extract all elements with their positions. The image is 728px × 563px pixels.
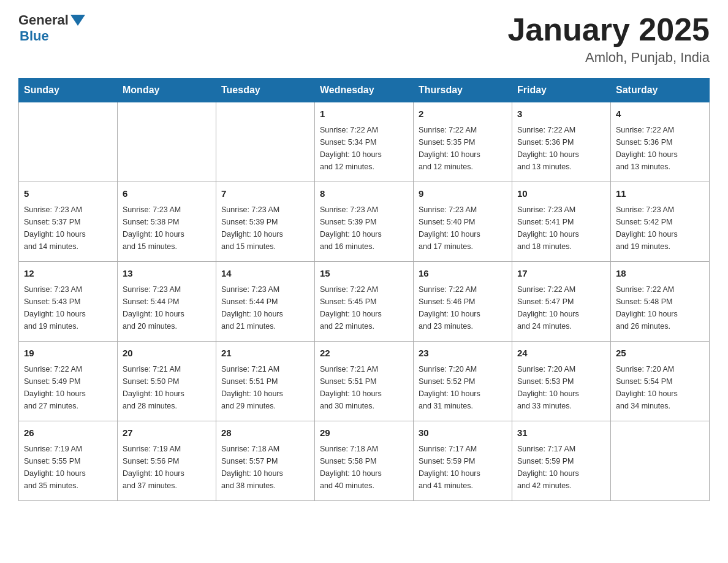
weekday-header-wednesday: Wednesday	[315, 79, 414, 102]
weekday-header-row: SundayMondayTuesdayWednesdayThursdayFrid…	[19, 79, 710, 102]
calendar-week-1: 1Sunrise: 7:22 AM Sunset: 5:34 PM Daylig…	[19, 102, 710, 182]
calendar-cell: 12Sunrise: 7:23 AM Sunset: 5:43 PM Dayli…	[19, 262, 118, 342]
weekday-header-monday: Monday	[118, 79, 216, 102]
day-number: 6	[123, 187, 211, 201]
day-number: 11	[616, 187, 704, 201]
day-info: Sunrise: 7:19 AM Sunset: 5:55 PM Dayligh…	[24, 443, 112, 492]
calendar-cell: 26Sunrise: 7:19 AM Sunset: 5:55 PM Dayli…	[19, 421, 118, 501]
day-info: Sunrise: 7:20 AM Sunset: 5:52 PM Dayligh…	[419, 363, 507, 412]
calendar-cell: 2Sunrise: 7:22 AM Sunset: 5:35 PM Daylig…	[414, 102, 512, 182]
day-info: Sunrise: 7:19 AM Sunset: 5:56 PM Dayligh…	[123, 443, 211, 492]
weekday-header-saturday: Saturday	[611, 79, 710, 102]
calendar-cell: 23Sunrise: 7:20 AM Sunset: 5:52 PM Dayli…	[414, 342, 512, 421]
day-info: Sunrise: 7:21 AM Sunset: 5:51 PM Dayligh…	[221, 363, 309, 412]
calendar-cell: 27Sunrise: 7:19 AM Sunset: 5:56 PM Dayli…	[118, 421, 216, 501]
calendar-cell: 21Sunrise: 7:21 AM Sunset: 5:51 PM Dayli…	[216, 342, 315, 421]
weekday-header-thursday: Thursday	[414, 79, 512, 102]
calendar-cell: 10Sunrise: 7:23 AM Sunset: 5:41 PM Dayli…	[512, 182, 611, 262]
day-number: 29	[320, 426, 408, 440]
day-info: Sunrise: 7:23 AM Sunset: 5:42 PM Dayligh…	[616, 204, 704, 253]
logo-general-text: General	[18, 12, 69, 28]
day-info: Sunrise: 7:23 AM Sunset: 5:43 PM Dayligh…	[24, 283, 112, 332]
weekday-header-sunday: Sunday	[19, 79, 118, 102]
day-number: 9	[419, 187, 507, 201]
calendar-cell: 30Sunrise: 7:17 AM Sunset: 5:59 PM Dayli…	[414, 421, 512, 501]
day-info: Sunrise: 7:22 AM Sunset: 5:35 PM Dayligh…	[419, 124, 507, 173]
day-number: 25	[616, 347, 704, 361]
calendar-cell: 19Sunrise: 7:22 AM Sunset: 5:49 PM Dayli…	[19, 342, 118, 421]
day-number: 26	[24, 426, 112, 440]
day-number: 8	[320, 187, 408, 201]
day-number: 30	[419, 426, 507, 440]
day-number: 20	[123, 347, 211, 361]
calendar-week-2: 5Sunrise: 7:23 AM Sunset: 5:37 PM Daylig…	[19, 182, 710, 262]
calendar-week-3: 12Sunrise: 7:23 AM Sunset: 5:43 PM Dayli…	[19, 262, 710, 342]
calendar-cell: 9Sunrise: 7:23 AM Sunset: 5:40 PM Daylig…	[414, 182, 512, 262]
day-number: 24	[517, 347, 605, 361]
day-info: Sunrise: 7:23 AM Sunset: 5:44 PM Dayligh…	[123, 283, 211, 332]
calendar-cell: 4Sunrise: 7:22 AM Sunset: 5:36 PM Daylig…	[611, 102, 710, 182]
calendar-week-4: 19Sunrise: 7:22 AM Sunset: 5:49 PM Dayli…	[19, 342, 710, 421]
day-info: Sunrise: 7:23 AM Sunset: 5:38 PM Dayligh…	[123, 204, 211, 253]
calendar-cell: 6Sunrise: 7:23 AM Sunset: 5:38 PM Daylig…	[118, 182, 216, 262]
day-info: Sunrise: 7:23 AM Sunset: 5:39 PM Dayligh…	[320, 204, 408, 253]
logo-blue-text: Blue	[20, 28, 49, 44]
calendar-cell: 25Sunrise: 7:20 AM Sunset: 5:54 PM Dayli…	[611, 342, 710, 421]
day-number: 23	[419, 347, 507, 361]
calendar-cell: 17Sunrise: 7:22 AM Sunset: 5:47 PM Dayli…	[512, 262, 611, 342]
day-number: 16	[419, 267, 507, 281]
day-info: Sunrise: 7:22 AM Sunset: 5:49 PM Dayligh…	[24, 363, 112, 412]
calendar-cell	[216, 102, 315, 182]
calendar-cell: 1Sunrise: 7:22 AM Sunset: 5:34 PM Daylig…	[315, 102, 414, 182]
day-info: Sunrise: 7:22 AM Sunset: 5:47 PM Dayligh…	[517, 283, 605, 332]
day-info: Sunrise: 7:22 AM Sunset: 5:46 PM Dayligh…	[419, 283, 507, 332]
day-number: 17	[517, 267, 605, 281]
day-info: Sunrise: 7:21 AM Sunset: 5:51 PM Dayligh…	[320, 363, 408, 412]
day-number: 19	[24, 347, 112, 361]
calendar-cell: 11Sunrise: 7:23 AM Sunset: 5:42 PM Dayli…	[611, 182, 710, 262]
calendar-cell: 15Sunrise: 7:22 AM Sunset: 5:45 PM Dayli…	[315, 262, 414, 342]
calendar-cell	[19, 102, 118, 182]
day-number: 22	[320, 347, 408, 361]
logo-triangle-icon	[70, 15, 85, 26]
day-info: Sunrise: 7:22 AM Sunset: 5:48 PM Dayligh…	[616, 283, 704, 332]
day-info: Sunrise: 7:18 AM Sunset: 5:58 PM Dayligh…	[320, 443, 408, 492]
day-number: 12	[24, 267, 112, 281]
calendar-cell: 31Sunrise: 7:17 AM Sunset: 5:59 PM Dayli…	[512, 421, 611, 501]
day-info: Sunrise: 7:23 AM Sunset: 5:39 PM Dayligh…	[221, 204, 309, 253]
day-info: Sunrise: 7:22 AM Sunset: 5:36 PM Dayligh…	[616, 124, 704, 173]
calendar-cell: 16Sunrise: 7:22 AM Sunset: 5:46 PM Dayli…	[414, 262, 512, 342]
day-info: Sunrise: 7:23 AM Sunset: 5:40 PM Dayligh…	[419, 204, 507, 253]
day-number: 2	[419, 107, 507, 121]
calendar-cell: 3Sunrise: 7:22 AM Sunset: 5:36 PM Daylig…	[512, 102, 611, 182]
page-header: General Blue January 2025 Amloh, Punjab,…	[18, 12, 710, 66]
day-info: Sunrise: 7:21 AM Sunset: 5:50 PM Dayligh…	[123, 363, 211, 412]
day-number: 27	[123, 426, 211, 440]
calendar-cell: 8Sunrise: 7:23 AM Sunset: 5:39 PM Daylig…	[315, 182, 414, 262]
day-info: Sunrise: 7:23 AM Sunset: 5:41 PM Dayligh…	[517, 204, 605, 253]
day-info: Sunrise: 7:20 AM Sunset: 5:54 PM Dayligh…	[616, 363, 704, 412]
day-number: 4	[616, 107, 704, 121]
day-number: 28	[221, 426, 309, 440]
day-number: 14	[221, 267, 309, 281]
calendar-cell: 5Sunrise: 7:23 AM Sunset: 5:37 PM Daylig…	[19, 182, 118, 262]
day-number: 31	[517, 426, 605, 440]
logo: General Blue	[18, 12, 85, 44]
day-number: 18	[616, 267, 704, 281]
day-info: Sunrise: 7:20 AM Sunset: 5:53 PM Dayligh…	[517, 363, 605, 412]
calendar-cell	[118, 102, 216, 182]
calendar-cell: 22Sunrise: 7:21 AM Sunset: 5:51 PM Dayli…	[315, 342, 414, 421]
calendar-cell: 18Sunrise: 7:22 AM Sunset: 5:48 PM Dayli…	[611, 262, 710, 342]
calendar-cell: 7Sunrise: 7:23 AM Sunset: 5:39 PM Daylig…	[216, 182, 315, 262]
calendar-table: SundayMondayTuesdayWednesdayThursdayFrid…	[18, 78, 710, 501]
calendar-subtitle: Amloh, Punjab, India	[507, 50, 710, 66]
day-number: 1	[320, 107, 408, 121]
day-number: 7	[221, 187, 309, 201]
title-area: January 2025 Amloh, Punjab, India	[507, 12, 710, 66]
day-number: 5	[24, 187, 112, 201]
day-number: 3	[517, 107, 605, 121]
calendar-cell: 14Sunrise: 7:23 AM Sunset: 5:44 PM Dayli…	[216, 262, 315, 342]
weekday-header-tuesday: Tuesday	[216, 79, 315, 102]
calendar-week-5: 26Sunrise: 7:19 AM Sunset: 5:55 PM Dayli…	[19, 421, 710, 501]
day-info: Sunrise: 7:17 AM Sunset: 5:59 PM Dayligh…	[517, 443, 605, 492]
